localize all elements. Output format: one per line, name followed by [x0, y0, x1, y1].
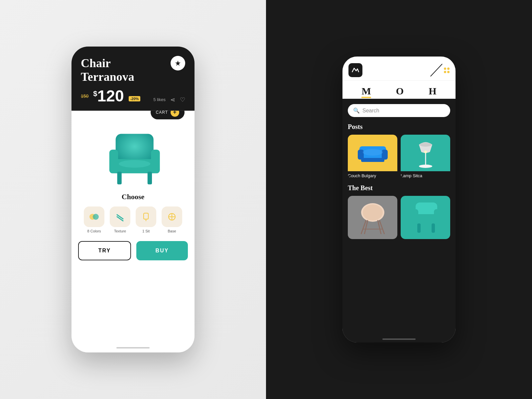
svg-rect-19	[361, 158, 384, 162]
post-card-couch-img	[348, 135, 397, 171]
search-icon: 🔍	[353, 107, 360, 114]
best-card-teal-img	[401, 196, 450, 239]
brand-slash-icon: ╱	[431, 64, 440, 76]
svg-point-24	[424, 151, 427, 153]
posts-section-title: Posts	[348, 123, 450, 131]
option-base[interactable]: Base	[162, 206, 182, 233]
svg-rect-2	[109, 150, 118, 173]
post-card-couch[interactable]: Couch Bulgary	[348, 135, 397, 178]
choose-options: 8 Colors Texture 1 Sit	[81, 206, 185, 233]
svg-point-22	[419, 165, 432, 168]
svg-point-23	[420, 143, 432, 147]
likes-row: 5 likes ⋖ ♡	[153, 96, 185, 103]
current-price: 120	[97, 88, 124, 104]
colors-label: 8 Colors	[87, 229, 101, 233]
posts-grid: Couch Bulgary	[348, 135, 450, 178]
post-card-lamp-img	[401, 135, 450, 171]
svg-rect-35	[434, 209, 440, 224]
best-grid	[348, 196, 450, 239]
product-title: Chair Terranova	[81, 57, 185, 84]
phone-left-header: Chair Terranova 150 $ 120 -20% 5 likes ⋖…	[71, 47, 195, 111]
colors-icon-box	[84, 206, 104, 227]
home-indicator-left	[116, 347, 150, 348]
svg-point-26	[363, 204, 383, 220]
svg-point-6	[119, 160, 150, 168]
svg-rect-36	[417, 223, 421, 233]
search-bar[interactable]: 🔍 Search	[348, 104, 450, 117]
heart-icon[interactable]: ♡	[180, 96, 185, 103]
nav-letter-m[interactable]: M	[361, 85, 371, 97]
cart-btn-row: CART +	[78, 111, 188, 119]
nav-letters: M O H	[342, 81, 456, 99]
option-colors[interactable]: 8 Colors	[84, 206, 104, 233]
dots-grid-icon[interactable]	[444, 67, 450, 73]
likes-count: 5 likes	[153, 97, 166, 102]
nav-letter-h[interactable]: H	[429, 85, 436, 97]
svg-rect-5	[148, 172, 152, 184]
phone-right-topbar: ╱	[342, 57, 456, 81]
option-sit[interactable]: 1 Sit	[136, 206, 156, 233]
svg-rect-34	[412, 209, 418, 224]
phone-right: ╱ M O H	[342, 57, 456, 342]
chair-image	[78, 123, 188, 189]
texture-label: Texture	[114, 229, 126, 233]
post-couch-label: Couch Bulgary	[348, 173, 397, 178]
original-price: 150	[81, 93, 88, 99]
best-section-title: The Best	[348, 184, 450, 192]
svg-rect-3	[151, 150, 160, 173]
post-card-lamp[interactable]: Lamp Sitca	[401, 135, 450, 178]
best-card-eames-img	[348, 196, 397, 239]
svg-rect-37	[432, 223, 435, 233]
price-dollar: $	[93, 90, 97, 97]
base-label: Base	[168, 229, 176, 233]
dot-2	[447, 67, 450, 70]
sit-label: 1 Sit	[142, 229, 150, 233]
texture-icon-box	[110, 206, 130, 227]
logo-box	[348, 63, 362, 77]
dot-4	[447, 71, 450, 73]
best-card-eames[interactable]	[348, 196, 397, 239]
base-icon-box	[162, 206, 182, 227]
svg-point-20	[363, 149, 383, 156]
home-indicator-right	[382, 338, 416, 340]
svg-rect-11	[144, 213, 148, 219]
phone-left-body: CART +	[71, 111, 195, 352]
left-panel: Chair Terranova 150 $ 120 -20% 5 likes ⋖…	[0, 0, 266, 399]
header-icon-button[interactable]	[171, 56, 185, 70]
best-card-teal[interactable]	[401, 196, 450, 239]
phone-left: Chair Terranova 150 $ 120 -20% 5 likes ⋖…	[71, 47, 195, 352]
choose-section: Choose 8 Colors Texture	[78, 189, 188, 235]
phone-right-body: 🔍 Search Posts	[342, 99, 456, 342]
topbar-right: ╱	[432, 64, 450, 76]
dot-1	[444, 67, 446, 70]
cart-button[interactable]: CART +	[151, 111, 185, 119]
buy-button[interactable]: BUY	[136, 241, 188, 260]
nav-letter-o[interactable]: O	[396, 85, 404, 97]
choose-title: Choose	[81, 193, 185, 201]
discount-badge: -20%	[129, 96, 141, 101]
post-lamp-label: Lamp Sitca	[401, 173, 450, 178]
dot-3	[444, 71, 446, 73]
search-placeholder: Search	[362, 108, 379, 114]
option-texture[interactable]: Texture	[110, 206, 130, 233]
sit-icon-box	[136, 206, 156, 227]
bottom-buttons: TRY BUY	[78, 241, 188, 260]
try-button[interactable]: TRY	[78, 241, 131, 260]
right-panel: ╱ M O H	[266, 0, 532, 399]
cart-plus-icon: +	[171, 111, 179, 117]
svg-rect-4	[117, 172, 122, 184]
share-icon[interactable]: ⋖	[170, 96, 175, 103]
svg-point-8	[93, 214, 99, 220]
